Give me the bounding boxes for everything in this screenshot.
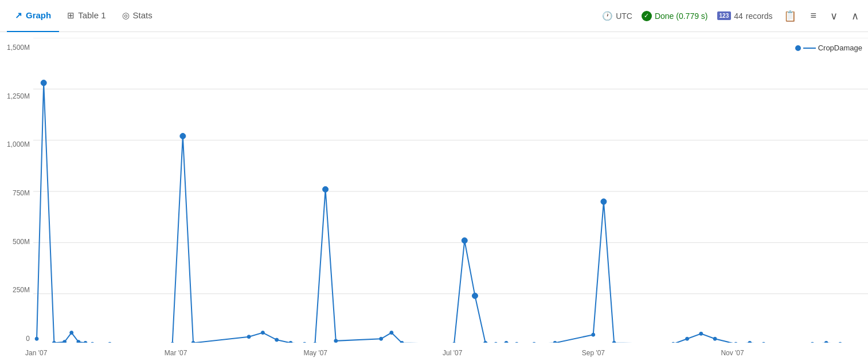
svg-point-22 <box>289 341 292 343</box>
svg-point-44 <box>699 332 703 335</box>
svg-point-40 <box>601 199 607 205</box>
x-label: Sep '07 <box>582 349 605 357</box>
svg-point-19 <box>247 335 251 339</box>
tab-bar: ↗ Graph ⊞ Table 1 ◎ Stats 🕐 UTC ✓ Done (… <box>0 0 868 32</box>
clock-icon: 🕐 <box>602 11 613 21</box>
svg-point-21 <box>275 338 279 342</box>
svg-point-43 <box>686 337 689 340</box>
svg-point-10 <box>63 340 67 343</box>
x-axis: Jan '07Mar '07May '07Jul '07Sep '07Nov '… <box>33 345 868 361</box>
svg-point-9 <box>52 341 56 343</box>
tab-stats[interactable]: ◎ Stats <box>114 0 161 32</box>
svg-point-51 <box>838 342 842 343</box>
y-label-0: 0 <box>26 335 30 343</box>
svg-point-18 <box>191 341 195 343</box>
svg-point-8 <box>41 80 46 86</box>
svg-point-32 <box>472 293 478 299</box>
copy-button[interactable]: 📋 <box>781 7 799 25</box>
stats-icon: ◎ <box>122 10 130 21</box>
x-label: Mar '07 <box>165 349 187 357</box>
legend-line-seg <box>803 48 816 49</box>
records-badge: 123 44 records <box>717 11 773 21</box>
tab-table1[interactable]: ⊞ Table 1 <box>59 0 114 32</box>
svg-point-34 <box>494 342 498 343</box>
collapse-button[interactable]: ∧ <box>849 7 861 25</box>
timezone-display: 🕐 UTC <box>602 11 632 21</box>
y-label-500: 500M <box>13 238 30 246</box>
columns-button[interactable]: ≡ <box>808 7 819 24</box>
svg-point-48 <box>762 342 765 343</box>
svg-point-12 <box>77 340 80 343</box>
chart-svg <box>33 38 868 343</box>
y-axis: 1,500M 1,250M 1,000M 750M 500M 250M 0 <box>0 38 33 361</box>
svg-point-24 <box>313 342 316 343</box>
svg-point-36 <box>515 342 518 343</box>
svg-point-26 <box>334 339 338 343</box>
legend-label: CropDamage <box>818 44 862 52</box>
y-label-1250: 1,250M <box>7 92 30 100</box>
table-icon: ⊞ <box>67 10 75 21</box>
status-badge: ✓ Done (0.779 s) <box>642 11 708 21</box>
svg-point-49 <box>811 342 814 343</box>
svg-point-29 <box>400 341 404 343</box>
svg-point-25 <box>323 186 329 192</box>
chart-container: 1,500M 1,250M 1,000M 750M 500M 250M 0 Cr… <box>0 32 868 361</box>
svg-point-16 <box>171 342 174 343</box>
y-label-1000: 1,000M <box>7 140 30 148</box>
svg-point-46 <box>734 342 737 343</box>
svg-point-17 <box>180 134 186 139</box>
chart-main: CropDamage Jan '07Mar '07May '07Jul '07S… <box>33 38 868 361</box>
svg-point-7 <box>35 337 38 340</box>
expand-button[interactable]: ∨ <box>828 7 840 25</box>
header-right: 🕐 UTC ✓ Done (0.779 s) 123 44 records 📋 … <box>602 7 861 25</box>
status-text: Done (0.779 s) <box>655 11 708 21</box>
x-label: May '07 <box>303 349 327 357</box>
svg-point-20 <box>261 331 264 335</box>
svg-point-11 <box>70 331 73 335</box>
done-icon: ✓ <box>642 11 652 21</box>
tab-graph[interactable]: ↗ Graph <box>7 0 59 32</box>
svg-point-28 <box>390 331 393 335</box>
x-label: Nov '07 <box>721 349 744 357</box>
records-icon: 123 <box>717 11 732 20</box>
svg-point-50 <box>824 341 828 343</box>
svg-point-45 <box>713 337 717 340</box>
x-label: Jan '07 <box>25 349 47 357</box>
tab-table1-label: Table 1 <box>78 10 105 20</box>
tab-graph-label: Graph <box>26 10 51 20</box>
y-label-750: 750M <box>13 189 30 197</box>
svg-point-27 <box>380 337 383 340</box>
svg-point-47 <box>748 341 752 343</box>
svg-point-37 <box>533 342 536 343</box>
legend-item-cropdamage: CropDamage <box>795 44 862 52</box>
y-label-250: 250M <box>13 286 30 294</box>
x-label: Jul '07 <box>443 349 462 357</box>
svg-point-42 <box>671 342 675 343</box>
y-label-1500: 1,500M <box>7 44 30 52</box>
svg-point-23 <box>303 342 306 343</box>
svg-point-41 <box>612 341 616 343</box>
svg-point-38 <box>553 341 557 343</box>
svg-point-39 <box>592 333 595 336</box>
svg-point-31 <box>462 238 467 244</box>
svg-point-13 <box>84 341 87 343</box>
timezone-label: UTC <box>616 11 632 21</box>
svg-point-14 <box>91 342 94 343</box>
svg-point-35 <box>505 341 508 343</box>
svg-point-15 <box>108 342 111 343</box>
tab-stats-label: Stats <box>133 10 153 20</box>
svg-point-33 <box>484 341 487 343</box>
chart-legend: CropDamage <box>795 44 862 52</box>
graph-icon: ↗ <box>15 10 22 21</box>
svg-point-30 <box>452 342 456 343</box>
legend-dot <box>795 45 801 51</box>
records-count: 44 <box>734 11 743 21</box>
records-label: records <box>746 11 773 21</box>
